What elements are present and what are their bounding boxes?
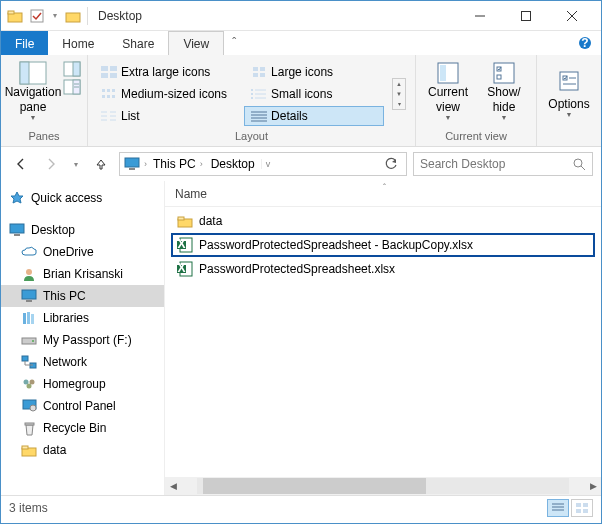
list-icon bbox=[101, 110, 117, 122]
svg-text:X: X bbox=[177, 261, 185, 275]
svg-rect-2 bbox=[31, 10, 43, 22]
navigation-pane-button[interactable]: Navigation pane ▼ bbox=[7, 59, 59, 125]
control-panel-icon bbox=[21, 398, 37, 414]
svg-rect-50 bbox=[494, 63, 514, 83]
svg-rect-22 bbox=[253, 67, 258, 71]
layout-large[interactable]: Large icons bbox=[244, 62, 384, 82]
view-large-icons-button[interactable] bbox=[571, 499, 593, 517]
svg-point-79 bbox=[30, 405, 36, 411]
svg-rect-28 bbox=[112, 89, 115, 92]
nav-network[interactable]: Network bbox=[1, 351, 164, 373]
minimize-button[interactable] bbox=[457, 1, 503, 31]
view-details-button[interactable] bbox=[547, 499, 569, 517]
checkbox-icon[interactable] bbox=[29, 8, 45, 24]
search-input[interactable]: Search Desktop bbox=[413, 152, 593, 176]
column-name: Name bbox=[175, 187, 207, 201]
list-item[interactable]: X PasswordProtectedSpreadsheet - BackupC… bbox=[171, 233, 595, 257]
nav-desktop[interactable]: Desktop bbox=[1, 219, 164, 241]
user-icon bbox=[21, 266, 37, 282]
nav-this-pc[interactable]: This PC bbox=[1, 285, 164, 307]
svg-rect-68 bbox=[31, 314, 34, 324]
svg-rect-57 bbox=[125, 158, 139, 167]
layout-extra-large[interactable]: Extra large icons bbox=[94, 62, 234, 82]
help-icon[interactable]: ? bbox=[577, 31, 601, 55]
chevron-down-icon: ▼ bbox=[566, 111, 573, 119]
nav-quick-access[interactable]: Quick access bbox=[1, 187, 164, 209]
nav-homegroup[interactable]: Homegroup bbox=[1, 373, 164, 395]
ribbon: Navigation pane ▼ Panes Extra large icon… bbox=[1, 55, 601, 147]
scroll-right-icon[interactable]: ▶ bbox=[585, 481, 601, 491]
tab-share[interactable]: Share bbox=[108, 31, 168, 55]
tab-home[interactable]: Home bbox=[48, 31, 108, 55]
back-button[interactable] bbox=[9, 152, 33, 176]
star-icon bbox=[9, 190, 25, 206]
svg-rect-19 bbox=[110, 66, 117, 71]
tab-view[interactable]: View bbox=[168, 31, 224, 55]
svg-rect-29 bbox=[102, 95, 105, 98]
chevron-down-icon[interactable]: ▼ bbox=[393, 89, 405, 99]
list-item[interactable]: data bbox=[171, 209, 595, 233]
desktop-icon bbox=[9, 222, 25, 238]
up-button[interactable] bbox=[89, 152, 113, 176]
nav-onedrive[interactable]: OneDrive bbox=[1, 241, 164, 263]
sort-arrow-icon: ˆ bbox=[383, 182, 386, 192]
scroll-thumb[interactable] bbox=[203, 478, 426, 494]
layout-scroller[interactable]: ▲▼▾ bbox=[392, 78, 406, 110]
network-icon bbox=[21, 354, 37, 370]
close-button[interactable] bbox=[549, 1, 595, 31]
qat-dropdown-icon[interactable]: ▾ bbox=[51, 8, 59, 24]
preview-pane-icon[interactable] bbox=[63, 61, 81, 77]
svg-rect-27 bbox=[107, 89, 110, 92]
horizontal-scrollbar[interactable]: ◀ ▶ bbox=[165, 477, 601, 495]
svg-rect-71 bbox=[22, 356, 28, 361]
svg-rect-58 bbox=[129, 168, 135, 170]
recent-dropdown[interactable]: ▾ bbox=[69, 152, 83, 176]
nav-drive[interactable]: My Passport (F:) bbox=[1, 329, 164, 351]
svg-rect-30 bbox=[107, 95, 110, 98]
show-hide-button[interactable]: Show/ hide ▼ bbox=[478, 59, 530, 125]
maximize-button[interactable] bbox=[503, 1, 549, 31]
current-view-button[interactable]: Current view ▼ bbox=[422, 59, 474, 125]
group-options: Options ▼ bbox=[537, 55, 601, 146]
scroll-left-icon[interactable]: ◀ bbox=[165, 481, 181, 491]
scroll-track[interactable] bbox=[197, 478, 569, 494]
chevron-up-icon[interactable]: ▲ bbox=[393, 79, 405, 89]
breadcrumb[interactable]: Desktop bbox=[209, 157, 257, 171]
nav-control-panel[interactable]: Control Panel bbox=[1, 395, 164, 417]
svg-point-77 bbox=[27, 384, 32, 389]
svg-rect-53 bbox=[560, 72, 578, 90]
group-options-label bbox=[543, 140, 595, 142]
nav-user[interactable]: Brian Krisanski bbox=[1, 263, 164, 285]
ribbon-tabs: File Home Share View ˆ ? bbox=[1, 31, 601, 55]
svg-rect-18 bbox=[101, 66, 108, 71]
options-button[interactable]: Options ▼ bbox=[543, 59, 595, 125]
svg-rect-21 bbox=[110, 73, 117, 78]
navigation-tree: Quick access Desktop OneDrive Brian Kris… bbox=[1, 181, 165, 495]
address-history-dropdown[interactable]: v bbox=[261, 159, 275, 169]
chevron-right-icon[interactable]: › bbox=[144, 159, 147, 169]
nav-folder-data[interactable]: data bbox=[1, 439, 164, 461]
svg-rect-36 bbox=[251, 97, 253, 99]
layout-medium[interactable]: Medium-sized icons bbox=[94, 84, 234, 104]
chevron-down-icon: ▼ bbox=[501, 114, 508, 122]
breadcrumb[interactable]: This PC› bbox=[151, 157, 205, 171]
svg-text:X: X bbox=[177, 237, 185, 251]
address-box[interactable]: › This PC› Desktop v bbox=[119, 152, 407, 176]
column-header[interactable]: Name ˆ bbox=[165, 181, 601, 207]
list-item[interactable]: X PasswordProtectedSpreadsheet.xlsx bbox=[171, 257, 595, 281]
layout-small[interactable]: Small icons bbox=[244, 84, 384, 104]
window-buttons bbox=[457, 1, 595, 31]
nav-recycle-bin[interactable]: Recycle Bin bbox=[1, 417, 164, 439]
refresh-icon[interactable] bbox=[380, 157, 402, 171]
layout-list[interactable]: List bbox=[94, 106, 234, 126]
tab-file[interactable]: File bbox=[1, 31, 48, 55]
layout-details[interactable]: Details bbox=[244, 106, 384, 126]
ribbon-collapse-icon[interactable]: ˆ bbox=[224, 31, 244, 55]
chevron-down-icon[interactable]: ▾ bbox=[393, 99, 405, 109]
details-pane-icon[interactable] bbox=[63, 79, 81, 95]
forward-button[interactable] bbox=[39, 152, 63, 176]
nav-libraries[interactable]: Libraries bbox=[1, 307, 164, 329]
svg-rect-95 bbox=[583, 503, 588, 507]
current-view-icon bbox=[432, 61, 464, 85]
nav-pane-label: Navigation pane bbox=[5, 85, 62, 114]
